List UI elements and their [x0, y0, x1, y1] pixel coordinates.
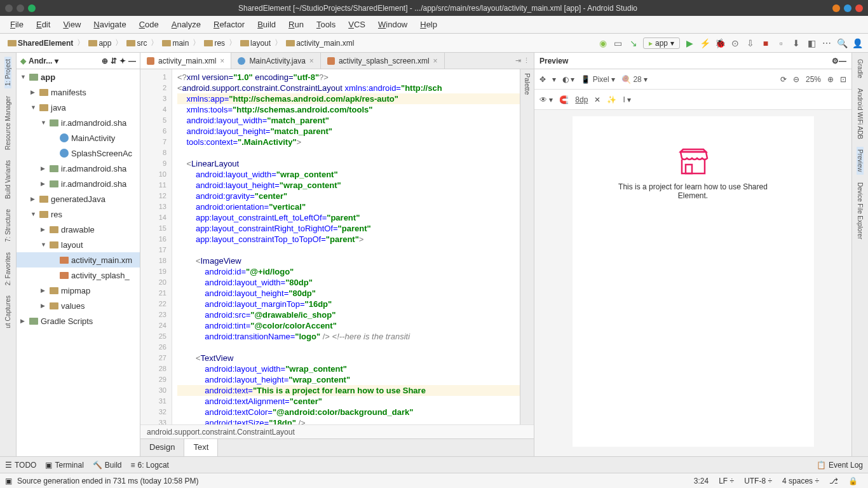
breadcrumb-item[interactable]: SharedElement: [5, 39, 76, 48]
run-config-selector[interactable]: ▸ app ▾: [643, 37, 680, 49]
right-rail-item[interactable]: Device File Explorer: [857, 180, 864, 241]
gear-icon[interactable]: ⚙: [832, 57, 839, 65]
left-rail-item[interactable]: 1: Project: [4, 57, 11, 88]
layout-icon[interactable]: ◧: [806, 37, 817, 49]
editor-breadcrumb[interactable]: android.support.constraint.ConstraintLay…: [140, 424, 534, 438]
profiler-icon[interactable]: ⊙: [729, 37, 741, 49]
avd-icon[interactable]: ▫: [775, 37, 787, 49]
collapse-icon[interactable]: ⊕: [102, 57, 108, 65]
align-icon[interactable]: I ▾: [623, 95, 631, 104]
terminal-tool[interactable]: ▣ Terminal: [45, 461, 83, 470]
eye-icon[interactable]: 👁 ▾: [539, 95, 553, 104]
tree-node[interactable]: SplashScreenAc: [17, 146, 140, 161]
menu-code[interactable]: Code: [134, 18, 164, 30]
logcat-tool[interactable]: ≡ 6: Logcat: [131, 461, 169, 470]
breadcrumb-item[interactable]: layout: [238, 39, 273, 48]
left-rail-item[interactable]: Resource Manager: [4, 93, 11, 152]
refresh-icon[interactable]: ⟳: [780, 75, 787, 84]
menu-window[interactable]: Window: [373, 18, 412, 30]
project-tree[interactable]: ▼app▶manifests▼java▼ir.admandroid.shaMai…: [17, 69, 140, 456]
window-dot[interactable]: [844, 4, 851, 12]
tree-node[interactable]: ▶mipmap: [17, 283, 140, 298]
tree-node[interactable]: ▼layout: [17, 237, 140, 252]
close-icon[interactable]: ×: [220, 57, 224, 65]
menu-refactor[interactable]: Refactor: [208, 18, 250, 30]
tree-node[interactable]: ▶values: [17, 298, 140, 313]
search-icon[interactable]: 🔍: [836, 37, 848, 49]
editor-tab[interactable]: activity_main.xml×: [140, 53, 231, 69]
event-log[interactable]: 📋 Event Log: [817, 461, 863, 470]
sdk-icon[interactable]: ⬇: [790, 37, 802, 49]
tree-node[interactable]: ▶Gradle Scripts: [17, 313, 140, 329]
tree-node[interactable]: ▶generatedJava: [17, 191, 140, 207]
right-rail-item[interactable]: Android WiFi ADB: [857, 86, 864, 142]
menu-tools[interactable]: Tools: [311, 18, 341, 30]
breadcrumb-item[interactable]: res: [201, 39, 227, 48]
sync-icon[interactable]: ↘: [628, 37, 639, 49]
more-icon[interactable]: ⋯: [821, 37, 832, 49]
todo-tool[interactable]: ☰ TODO: [5, 461, 36, 470]
build-tool[interactable]: 🔨 Build: [93, 461, 122, 470]
menu-view[interactable]: View: [58, 18, 86, 30]
window-dot[interactable]: [17, 4, 24, 12]
clear-constraints-icon[interactable]: ✕: [594, 95, 600, 104]
breadcrumb-item[interactable]: activity_main.xml: [283, 39, 356, 48]
attach-icon[interactable]: ⇩: [745, 37, 756, 49]
window-dot[interactable]: [28, 4, 36, 12]
preview-canvas[interactable]: This is a project for learn how to use S…: [534, 110, 851, 456]
window-dot[interactable]: [5, 4, 13, 12]
debug-icon[interactable]: 🐞: [714, 37, 726, 49]
tree-node[interactable]: ▼app: [17, 69, 140, 85]
zoom-fit-icon[interactable]: ⊡: [840, 75, 846, 84]
right-rail-item[interactable]: Gradle: [857, 57, 864, 81]
close-icon[interactable]: ×: [433, 57, 438, 65]
palette-rail[interactable]: Palette: [520, 69, 534, 424]
window-dot[interactable]: [855, 4, 863, 12]
menu-file[interactable]: File: [5, 18, 29, 30]
zoom-out-icon[interactable]: ⊖: [793, 75, 799, 84]
menu-edit[interactable]: Edit: [31, 18, 55, 30]
menu-run[interactable]: Run: [283, 18, 309, 30]
hide-icon[interactable]: —: [128, 57, 136, 65]
zoom-in-icon[interactable]: ⊕: [827, 75, 834, 84]
menu-analyze[interactable]: Analyze: [166, 18, 206, 30]
caret-position[interactable]: 3:24: [689, 477, 714, 485]
apply-changes-icon[interactable]: ⚡: [699, 37, 710, 49]
hide-icon[interactable]: —: [839, 57, 846, 65]
breadcrumb-item[interactable]: src: [124, 39, 149, 48]
tree-node[interactable]: ▶ir.admandroid.sha: [17, 176, 140, 191]
left-rail-item[interactable]: 2: Favorites: [4, 250, 11, 288]
chevron-down-icon[interactable]: ▾: [552, 75, 556, 84]
tree-node[interactable]: ▶ir.admandroid.sha: [17, 161, 140, 176]
device-icon[interactable]: ▭: [613, 37, 624, 49]
gear-icon[interactable]: ✦: [119, 57, 126, 65]
menu-help[interactable]: Help: [415, 18, 442, 30]
close-icon[interactable]: ×: [309, 57, 314, 65]
expand-icon[interactable]: ⇵: [111, 57, 117, 65]
code-editor[interactable]: 1234567891011121314151617181920212223242…: [140, 69, 534, 424]
menu-vcs[interactable]: VCS: [343, 18, 370, 30]
tree-node[interactable]: MainActivity: [17, 130, 140, 146]
left-rail-item[interactable]: ut Captures: [4, 293, 11, 331]
orientation-icon[interactable]: ◐ ▾: [562, 75, 574, 84]
left-rail-item[interactable]: Build Variants: [4, 158, 11, 201]
tree-node[interactable]: ▼res: [17, 207, 140, 222]
encoding[interactable]: UTF-8 ÷: [739, 477, 777, 485]
indent[interactable]: 4 spaces ÷: [777, 477, 824, 485]
zoom-level[interactable]: 25%: [806, 75, 821, 84]
project-view-label[interactable]: Andr...: [29, 57, 52, 65]
tree-node[interactable]: ▼java: [17, 100, 140, 115]
window-dot[interactable]: [832, 4, 840, 12]
tree-node[interactable]: activity_main.xm: [17, 252, 140, 268]
tab-text[interactable]: Text: [184, 439, 218, 456]
editor-tab[interactable]: activity_splash_screen.xml×: [321, 53, 445, 69]
tab-options[interactable]: ⇥ ⋮: [512, 53, 534, 69]
tab-design[interactable]: Design: [140, 439, 184, 456]
tree-node[interactable]: ▼ir.admandroid.sha: [17, 115, 140, 130]
breadcrumb-item[interactable]: app: [86, 39, 114, 48]
stop-icon[interactable]: ■: [760, 37, 771, 49]
chevron-down-icon[interactable]: ▾: [55, 57, 58, 65]
user-icon[interactable]: 👤: [851, 37, 863, 49]
breadcrumb-item[interactable]: main: [159, 39, 191, 48]
status-toggle[interactable]: ▣: [5, 477, 12, 485]
